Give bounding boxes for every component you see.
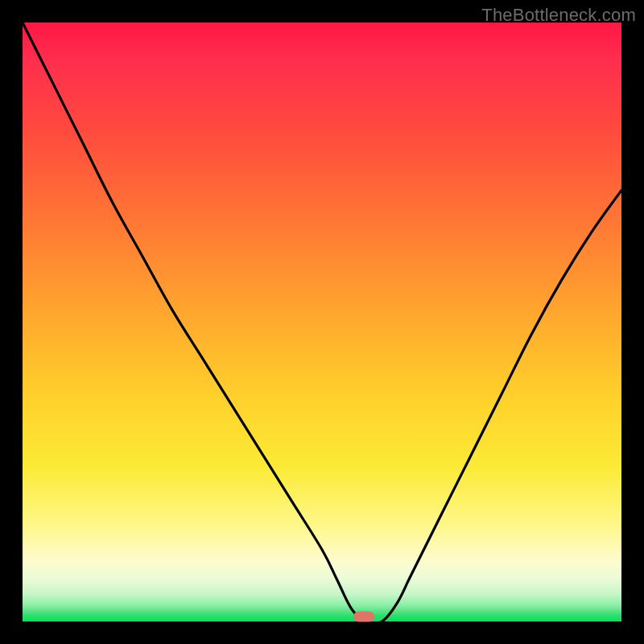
watermark-text: TheBottleneck.com <box>481 5 636 26</box>
bottleneck-curve <box>23 23 621 624</box>
plot-area <box>23 23 621 621</box>
chart-frame: TheBottleneck.com <box>0 0 644 644</box>
curve-svg <box>23 23 621 621</box>
min-marker <box>353 612 374 622</box>
